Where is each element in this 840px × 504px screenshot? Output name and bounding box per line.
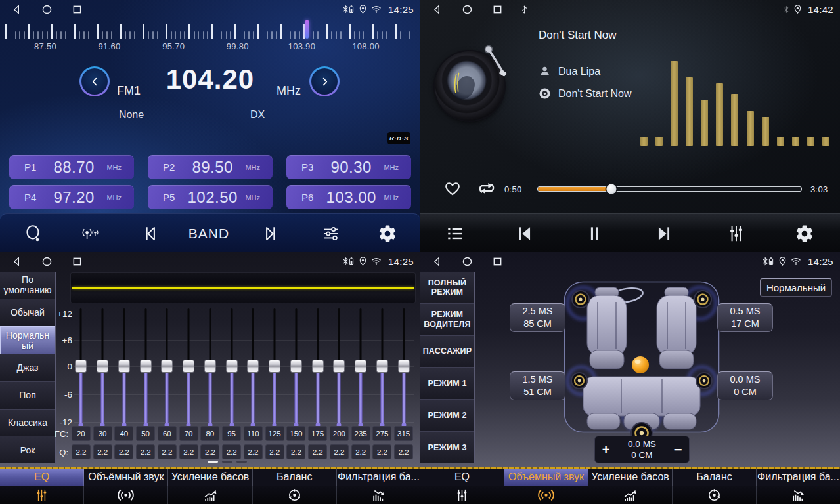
slider-knob[interactable] [398,360,410,373]
nav-home-icon[interactable] [41,255,53,268]
tune-up-button[interactable] [309,66,340,96]
fc-value[interactable]: 50 [136,426,155,441]
tab-1-label[interactable]: Объёмный звук [504,469,588,486]
delay-increase-button[interactable]: + [595,436,617,463]
fc-value[interactable]: 95 [222,426,241,441]
slider-knob[interactable] [183,360,194,373]
nav-home-icon[interactable] [41,3,53,16]
fc-value[interactable]: 60 [158,426,177,441]
fc-value[interactable]: 200 [330,426,349,441]
q-value[interactable]: 2.2 [372,444,391,459]
preset-button-p3[interactable]: P390.30MHz [286,155,411,179]
fc-value[interactable]: 80 [200,426,219,441]
q-value[interactable]: 2.2 [158,444,177,459]
band-button[interactable]: BAND [185,214,233,252]
slider-knob[interactable] [75,360,87,373]
preset-button-p1[interactable]: P188.70MHz [9,155,134,179]
next-track-button[interactable] [257,214,284,252]
surround-mode-3[interactable]: РЕЖИМ 1 [420,368,474,400]
fc-value[interactable]: 30 [93,426,112,441]
nav-recents-icon[interactable] [71,255,83,268]
eq-band-slider-5[interactable] [178,308,200,429]
eq-band-slider-15[interactable] [393,308,414,429]
seek-thumb[interactable] [607,184,617,194]
fc-value[interactable]: 275 [372,426,391,441]
eq-band-slider-14[interactable] [372,308,393,429]
slider-knob[interactable] [312,360,324,373]
nav-back-icon[interactable] [11,3,23,16]
q-value[interactable]: 2.2 [308,444,327,459]
nav-home-icon[interactable] [461,3,474,16]
nav-recents-icon[interactable] [491,3,504,16]
q-value[interactable]: 2.2 [351,444,370,459]
tab-1-icon-cell[interactable] [84,486,168,504]
surround-mode-4[interactable]: РЕЖИМ 2 [420,400,474,432]
q-value[interactable]: 2.2 [93,444,112,459]
tab-1-icon-cell[interactable] [504,486,588,504]
settings-gear-button[interactable] [791,214,818,252]
repeat-button[interactable] [475,179,498,198]
eq-preset-3[interactable]: Джаз [0,354,55,382]
favorite-button[interactable] [443,178,462,197]
preset-button-p2[interactable]: P289.50MHz [148,155,273,179]
slider-knob[interactable] [226,360,238,373]
nav-recents-icon[interactable] [71,3,83,16]
surround-mode-2[interactable]: ПАССАЖИР [420,336,474,368]
eq-band-slider-8[interactable] [242,308,264,429]
fc-value[interactable]: 110 [244,426,263,441]
q-value[interactable]: 2.2 [222,444,241,459]
q-value[interactable]: 2.2 [136,444,155,459]
tab-0-label[interactable]: EQ [420,469,504,486]
eq-band-slider-3[interactable] [135,308,156,429]
slider-knob[interactable] [290,360,302,373]
tab-0-icon-cell[interactable] [0,486,84,504]
settings-gear-button[interactable] [374,214,401,252]
slider-knob[interactable] [333,360,345,373]
tab-4-icon-cell[interactable] [757,486,840,504]
eq-band-slider-2[interactable] [114,308,135,429]
eq-band-slider-9[interactable] [264,308,286,429]
eq-preset-1[interactable]: Обычай [0,299,55,327]
sound-profile-button[interactable]: Нормальный [760,278,832,297]
eq-preset-2[interactable]: Нормальный [0,326,55,354]
slider-knob[interactable] [376,360,388,373]
slider-knob[interactable] [140,360,152,373]
eq-preset-4[interactable]: Поп [0,382,55,410]
slider-knob[interactable] [97,360,108,373]
fc-value[interactable]: 175 [308,426,327,441]
q-value[interactable]: 2.2 [244,444,263,459]
preset-button-p5[interactable]: P5102.50MHz [148,185,273,209]
broadcast-button[interactable] [76,214,104,252]
delay-front-right-button[interactable]: 0.5 MS 17 CM [717,303,773,332]
tab-2-icon-cell[interactable] [168,486,252,504]
preset-button-p4[interactable]: P497.20MHz [9,185,134,209]
q-value[interactable]: 2.2 [114,444,133,459]
q-value[interactable]: 2.2 [394,444,413,459]
nav-home-icon[interactable] [461,255,474,268]
q-value[interactable]: 2.2 [265,444,284,459]
tab-3-label[interactable]: Баланс [253,469,337,486]
slider-knob[interactable] [247,360,259,373]
nav-back-icon[interactable] [11,255,23,268]
slider-knob[interactable] [355,360,366,373]
eq-page-indicator[interactable] [208,461,247,463]
previous-track-button[interactable] [137,214,164,252]
delay-front-left-button[interactable]: 2.5 MS 85 CM [510,303,565,332]
frequency-dial[interactable] [5,22,415,39]
fc-value[interactable]: 40 [114,426,133,441]
delay-rear-left-button[interactable]: 1.5 MS 51 CM [510,371,565,400]
q-value[interactable]: 2.2 [72,444,91,459]
eq-preset-0[interactable]: По умолчанию [0,272,55,299]
eq-band-slider-6[interactable] [200,308,221,429]
fc-value[interactable]: 20 [72,426,91,441]
slider-knob[interactable] [269,360,280,373]
surround-mode-1[interactable]: РЕЖИМ ВОДИТЕЛЯ [420,304,474,336]
nav-recents-icon[interactable] [491,255,504,268]
next-filled-button[interactable] [650,214,678,252]
delay-rear-right-button[interactable]: 0.0 MS 0 CM [717,371,773,400]
tab-1-label[interactable]: Объёмный звук [84,469,168,486]
eq-band-slider-13[interactable] [350,308,372,429]
playlist-button[interactable] [441,214,469,252]
q-value[interactable]: 2.2 [179,444,198,459]
fc-value[interactable]: 150 [286,426,305,441]
